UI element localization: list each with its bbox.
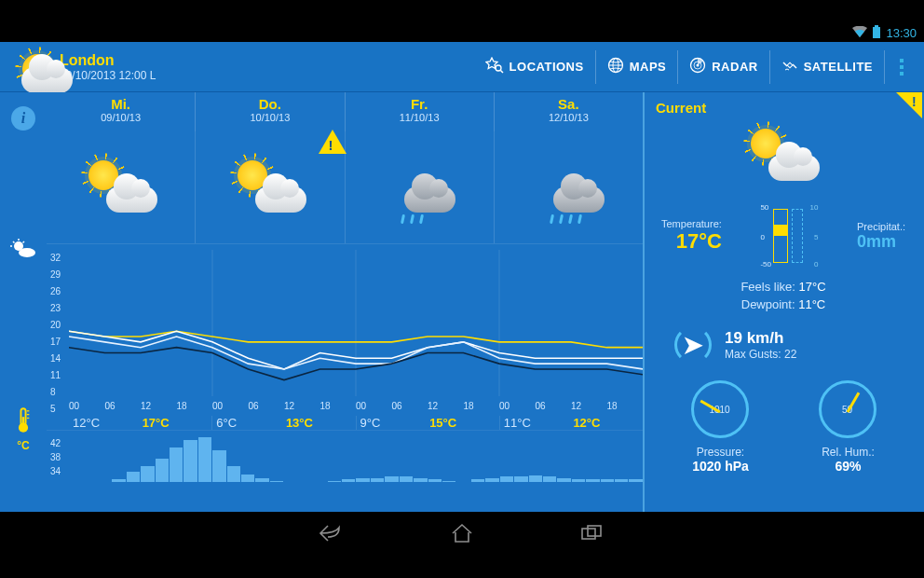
feels-like-label: Feels like: [741,280,795,294]
day-date: 10/10/13 [196,112,344,123]
hour-labels: 00061218 [212,401,356,411]
nav-locations[interactable]: LOCATIONS [474,50,596,84]
current-weather-icon [656,116,911,203]
nav-satellite[interactable]: SATELLITE [770,50,885,84]
forecast-icon-cell [196,131,345,243]
temperature-button[interactable]: °C [8,415,38,445]
current-panel: Current Temperature: 17°C 50 0 -50 [643,92,922,512]
nav-label: LOCATIONS [510,60,584,74]
svg-rect-0 [873,27,880,38]
precip-bar [156,459,169,482]
wind-direction-icon: ➤ [674,326,712,364]
app-logo-icon [13,48,50,86]
precip-bar [601,479,614,482]
app-header: London 09/10/2013 12:00 L LOCATIONS MAPS… [0,42,924,92]
nav-label: SATELLITE [804,60,873,74]
svg-rect-10 [787,62,793,68]
precip-bar [485,478,498,482]
day-header[interactable]: Sa.12/10/13 [495,92,643,131]
humidity-dial: 50 [819,380,876,438]
nav-maps[interactable]: MAPS [596,50,679,84]
temp-min: 9°C [360,416,430,430]
minmax-cell: 9°C15°C [357,416,500,430]
precip-bar [500,476,513,482]
star-search-icon [485,57,504,76]
svg-line-11 [783,62,787,66]
nav-radar[interactable]: RADAR [678,50,769,84]
svg-rect-28 [582,529,595,539]
forecast-icon-cell [346,131,495,243]
back-button[interactable] [313,519,350,547]
globe-icon [607,57,624,76]
info-button[interactable]: i [8,103,38,133]
precip-bar [227,466,240,482]
day-date: 09/10/13 [47,112,195,123]
hour-labels: 00061218 [499,401,643,411]
dewpoint-value: 11°C [798,297,825,311]
precip-bar [356,478,369,482]
recent-apps-button[interactable] [574,519,611,547]
day-name: Sa. [495,96,643,112]
precip-bar [586,479,599,482]
precip-bar [127,472,140,482]
precip-value: 0mm [857,232,905,252]
pressure-dial: 1010 [691,380,749,438]
left-rail: i °C [0,92,47,512]
day-name: Mi. [47,96,195,112]
status-bar: 13:30 [0,23,924,42]
home-button[interactable] [443,519,481,547]
humidity-label: Rel. Hum.: [822,446,875,459]
letterbox-bottom [0,555,924,578]
precip-bar [414,478,427,482]
status-time: 13:30 [886,26,917,40]
precip-bar [212,450,225,482]
svg-line-12 [793,64,796,68]
temp-min: 6°C [216,416,286,430]
precip-bar [198,437,211,482]
day-date: 11/10/13 [346,112,494,123]
svg-line-3 [500,71,503,74]
precip-bar [529,475,542,482]
day-date: 12/10/13 [495,112,643,123]
svg-point-18 [19,248,35,257]
precip-bar [255,478,268,482]
precip-bar [270,481,283,482]
temp-unit-label: °C [17,439,29,452]
day-header[interactable]: Mi.09/10/13 [47,92,196,131]
temp-max: 17°C [143,416,212,430]
precip-bar [241,475,254,482]
hour-labels: 00061218 [69,401,212,411]
battery-icon [873,25,880,41]
hour-labels: 00061218 [356,401,499,411]
radar-icon [689,57,706,76]
temp-max: 15°C [429,416,499,430]
thermometer-icon [13,407,34,437]
day-header[interactable]: Fr.11/10/13 [346,92,495,131]
precip-bar [385,476,398,482]
alert-corner-icon[interactable] [896,92,922,118]
precip-bar [514,476,527,482]
precip-bar [471,479,484,482]
precip-bar [543,476,556,482]
day-header[interactable]: Do.10/10/13 [196,92,345,131]
letterbox-top [0,0,924,23]
temp-min: 12°C [73,416,143,430]
conditions-button[interactable] [8,236,38,266]
temperature-label: Temperature: [661,218,722,229]
precip-bar [428,479,442,482]
precip-label: Precipitat.: [857,221,905,232]
current-title: Current [656,100,911,116]
wifi-icon [852,26,867,40]
precip-bar [442,481,455,482]
overflow-menu-icon[interactable] [892,51,911,83]
nav-label: MAPS [630,60,667,74]
minmax-cell: 6°C13°C [212,416,356,430]
gusts-label: Max Gusts: [725,348,781,361]
precip-bar [629,479,642,482]
dewpoint-label: Dewpoint: [741,297,795,311]
day-name: Fr. [346,96,494,112]
svg-rect-1 [875,25,878,27]
android-nav-bar [0,512,924,555]
svg-point-9 [697,64,700,67]
temp-min: 11°C [504,416,574,430]
